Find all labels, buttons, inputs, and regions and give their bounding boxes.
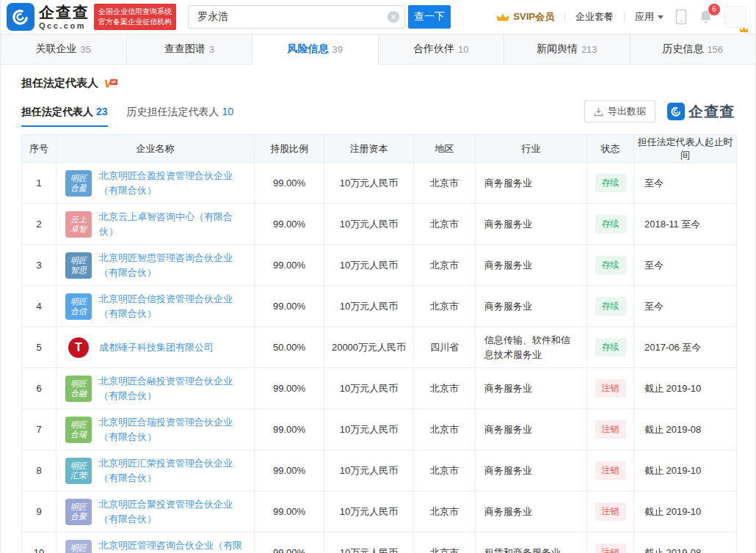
company-name-link[interactable]: 北京明匠合信投资管理合伙企业（有限合伙） [99, 292, 248, 321]
share-ratio: 99.00% [255, 245, 324, 286]
company-name-link[interactable]: 北京明匠合盈投资管理合伙企业（有限合伙） [99, 169, 248, 198]
share-ratio: 99.00% [255, 450, 324, 491]
certification-line-2: 官方备案企业征信机构 [98, 17, 172, 27]
divider [624, 12, 625, 22]
industry: 商务服务业 [476, 245, 587, 286]
company-logo[interactable]: 云上卓智 [65, 211, 92, 238]
registered-capital: 10万元人民币 [324, 450, 414, 491]
tab-history-info[interactable]: 历史信息156 [630, 34, 756, 64]
company-name-link[interactable]: 北京明匠合融投资管理合伙企业（有限合伙） [99, 374, 248, 403]
row-index: 8 [22, 450, 57, 491]
hammer-icon: T [68, 337, 89, 358]
svip-label: SVIP会员 [513, 10, 554, 23]
industry: 商务服务业 [476, 450, 587, 491]
region: 北京市 [414, 450, 476, 491]
tab-risk-info[interactable]: 风险信息39 [252, 34, 379, 65]
tab-related-companies[interactable]: 关联企业35 [1, 34, 127, 64]
status-badge: 注销 [595, 379, 626, 398]
avatar[interactable] [724, 6, 746, 28]
nav-tabs: 关联企业35 查查图谱3 风险信息39 合作伙伴10 新闻舆情213 历史信息1… [1, 34, 755, 65]
company-logo[interactable]: 明匠合信 [65, 293, 92, 320]
subtab-history-legal-rep[interactable]: 历史担任法定代表人10 [127, 106, 234, 127]
notification-count-badge: 6 [708, 4, 720, 15]
vip-icon: VIP [104, 78, 117, 89]
share-ratio: 99.00% [255, 163, 324, 204]
sub-tabs: 担任法定代表人23 历史担任法定代表人10 [21, 106, 252, 127]
header-menu: SVIP会员 企业套餐 应用 6 [496, 6, 746, 28]
row-index: 1 [22, 163, 57, 204]
svip-link[interactable]: SVIP会员 [496, 10, 554, 23]
company-logo[interactable]: 明匠合瑞 [65, 417, 92, 443]
subtab-current-legal-rep[interactable]: 担任法定代表人23 [21, 106, 108, 127]
mobile-app-button[interactable] [675, 9, 687, 25]
crown-icon [496, 12, 509, 22]
company-name-link[interactable]: 北京明匠合聚投资管理合伙企业（有限合伙） [99, 497, 248, 527]
share-ratio: 99.00% [255, 491, 324, 532]
status-badge: 存续 [595, 338, 626, 356]
company-logo[interactable]: 明匠合融 [65, 376, 92, 402]
region: 四川省 [414, 327, 476, 368]
export-data-button[interactable]: 导出数据 [584, 100, 655, 122]
table-row: 2 云上卓智 北京云上卓智咨询中心（有限合伙） 99.00% 10万元人民币 北… [22, 204, 737, 245]
clear-icon[interactable]: ✕ [388, 11, 399, 23]
tab-chacha-graph[interactable]: 查查图谱3 [127, 34, 253, 64]
table-row: 1 明匠合盈 北京明匠合盈投资管理合伙企业（有限合伙） 99.00% 10万元人… [22, 163, 737, 204]
region: 北京市 [414, 163, 476, 204]
industry: 商务服务业 [476, 286, 587, 327]
qcc-watermark-icon [667, 103, 685, 120]
enterprise-package-link[interactable]: 企业套餐 [575, 10, 614, 23]
company-name-link[interactable]: 北京明匠合瑞投资管理合伙企业（有限合伙） [99, 415, 248, 444]
brand-text: 企查查 Qcc.com [39, 4, 90, 30]
apps-menu[interactable]: 应用 [635, 10, 664, 23]
table-row: 3 明匠智思 北京明匠智思管理咨询合伙企业（有限合伙） 99.00% 10万元人… [22, 245, 737, 286]
registered-capital: 10万元人民币 [324, 286, 414, 327]
registered-capital: 10万元人民币 [324, 409, 414, 450]
company-name-link[interactable]: 北京明匠汇荣投资管理合伙企业（有限合伙） [99, 456, 248, 486]
legal-representative-section: 担任法定代表人 VIP 担任法定代表人23 历史担任法定代表人10 导出数据 [1, 65, 755, 553]
page: 企查查 Qcc.com 全国企业信用查询系统 官方备案企业征信机构 ✕ 查一下 … [0, 0, 756, 553]
col-index: 序号 [22, 135, 57, 163]
table-row: 9 明匠合聚 北京明匠合聚投资管理合伙企业（有限合伙） 99.00% 10万元人… [22, 491, 737, 532]
tab-news[interactable]: 新闻舆情213 [504, 34, 630, 64]
status-badge: 存续 [595, 256, 626, 274]
company-logo[interactable]: 明匠汇荣 [65, 458, 92, 484]
table-header-row: 序号 企业名称 持股比例 注册资本 地区 行业 状态 担任法定代表人起止时间 [22, 135, 737, 163]
company-logo[interactable]: 明匠管理 [65, 540, 92, 553]
tenure-period: 至今 [634, 163, 737, 204]
industry: 信息传输、软件和信息技术服务业 [476, 327, 587, 368]
col-registered-capital: 注册资本 [324, 135, 414, 163]
share-ratio: 99.00% [255, 409, 324, 450]
industry: 商务服务业 [476, 491, 587, 532]
qcc-watermark: 企查查 [667, 102, 735, 122]
notifications-button[interactable]: 6 [699, 10, 713, 24]
table-row: 8 明匠汇荣 北京明匠汇荣投资管理合伙企业（有限合伙） 99.00% 10万元人… [22, 450, 737, 491]
search-button[interactable]: 查一下 [408, 5, 451, 29]
company-logo[interactable]: 明匠合聚 [65, 499, 92, 525]
region: 北京市 [414, 245, 476, 286]
region: 北京市 [414, 491, 476, 532]
company-logo[interactable]: 明匠合盈 [65, 170, 92, 197]
company-logo[interactable]: T [65, 334, 92, 361]
qcc-watermark-text: 企查查 [688, 102, 735, 122]
status-badge: 存续 [595, 215, 626, 233]
search-input[interactable] [188, 5, 405, 29]
search-bar: ✕ 查一下 [188, 5, 451, 29]
industry: 租赁和商务服务业 [476, 532, 587, 553]
industry: 商务服务业 [476, 204, 587, 245]
company-name-link[interactable]: 北京云上卓智咨询中心（有限合伙） [99, 210, 248, 239]
company-name-link[interactable]: 北京明匠管理咨询合伙企业（有限合伙） [99, 538, 248, 553]
company-logo[interactable]: 明匠智思 [65, 252, 92, 279]
region: 北京市 [414, 286, 476, 327]
row-index: 4 [22, 286, 57, 327]
row-index: 7 [22, 409, 57, 450]
row-index: 6 [22, 368, 57, 409]
row-index: 2 [22, 204, 57, 245]
company-name-link[interactable]: 北京明匠智思管理咨询合伙企业（有限合伙） [99, 251, 248, 280]
qcc-logo-icon[interactable] [7, 3, 34, 31]
table-row: 7 明匠合瑞 北京明匠合瑞投资管理合伙企业（有限合伙） 99.00% 10万元人… [22, 409, 737, 450]
status-badge: 存续 [595, 174, 626, 192]
table-row: 6 明匠合融 北京明匠合融投资管理合伙企业（有限合伙） 99.00% 10万元人… [22, 368, 737, 409]
tab-partners[interactable]: 合作伙伴10 [379, 34, 505, 64]
company-name-link[interactable]: 成都锤子科技集团有限公司 [99, 340, 214, 355]
share-ratio: 99.00% [255, 286, 324, 327]
